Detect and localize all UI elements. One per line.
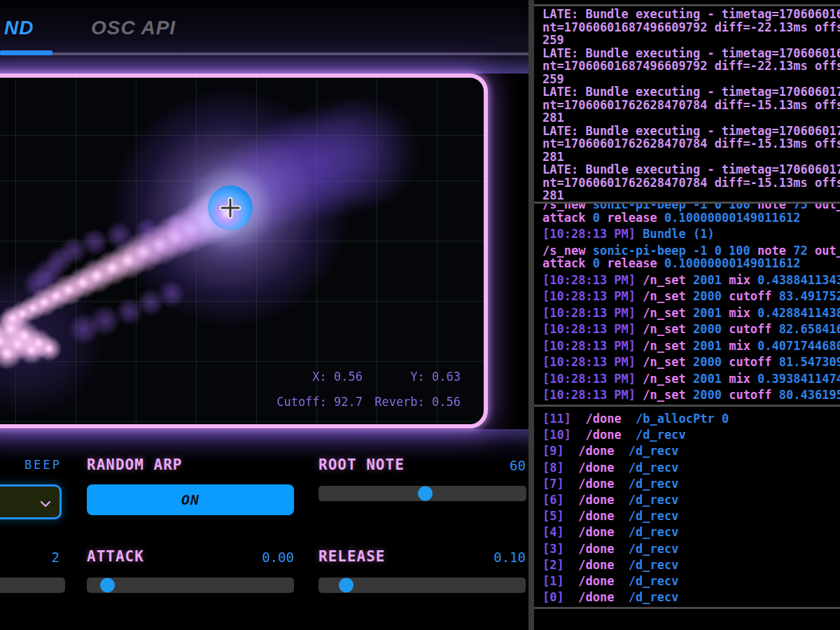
x-readout: X: 0.56 <box>258 370 363 384</box>
app-root: ND OSC API X: 0.56 Y: 0.63 <box>0 0 840 630</box>
left-param-value: 2 <box>0 550 59 565</box>
log-divider <box>534 607 840 609</box>
xy-readout: X: 0.56 Y: 0.63 Cutoff: 92.7 Reverb: 0.5… <box>258 370 461 420</box>
active-tab-indicator <box>0 50 52 55</box>
y-readout: Y: 0.63 <box>363 370 461 384</box>
random-arp-label: RANDOM ARP <box>87 456 182 473</box>
xy-pad-surface[interactable]: X: 0.56 Y: 0.63 Cutoff: 92.7 Reverb: 0.5… <box>0 78 484 424</box>
tab-sound[interactable]: ND <box>4 17 34 39</box>
release-slider-thumb[interactable] <box>339 578 354 593</box>
random-arp-toggle[interactable]: ON <box>87 484 294 515</box>
root-note-slider[interactable] <box>318 486 526 501</box>
tab-bar: ND OSC API <box>0 0 528 56</box>
panel-divider <box>528 0 534 630</box>
log-panel: LATE: Bundle executing - timetag=1706060… <box>534 0 840 630</box>
cutoff-readout: Cutoff: 92.7 <box>258 395 363 409</box>
crosshair-icon <box>218 196 242 220</box>
log-osc-section[interactable]: /s_new sonic-pi-beep -1 0 100 note 75 ou… <box>534 204 840 405</box>
xy-cursor[interactable] <box>208 186 253 230</box>
log-done-section[interactable]: [11] /done /b_allocPtr 0[10] /done /d_re… <box>534 407 840 607</box>
synth-panel: ND OSC API X: 0.56 Y: 0.63 <box>0 0 528 630</box>
left-param-slider[interactable] <box>0 578 65 593</box>
synth-value: BEEP <box>0 458 62 472</box>
attack-slider[interactable] <box>87 578 294 593</box>
xy-pad[interactable]: X: 0.56 Y: 0.63 Cutoff: 92.7 Reverb: 0.5… <box>0 74 488 428</box>
root-note-slider-thumb[interactable] <box>418 486 433 501</box>
chevron-down-icon <box>38 496 53 512</box>
release-value: 0.10 <box>318 550 526 565</box>
reverb-readout: Reverb: 0.56 <box>363 395 461 409</box>
attack-slider-thumb[interactable] <box>100 578 115 593</box>
root-note-value: 60 <box>318 458 526 473</box>
attack-value: 0.00 <box>87 550 294 565</box>
release-slider[interactable] <box>318 578 526 593</box>
pad-glow-top <box>0 55 528 74</box>
tab-osc-api[interactable]: OSC API <box>91 17 176 39</box>
synth-select[interactable] <box>0 484 62 519</box>
log-late-section[interactable]: LATE: Bundle executing - timetag=1706060… <box>534 6 840 202</box>
